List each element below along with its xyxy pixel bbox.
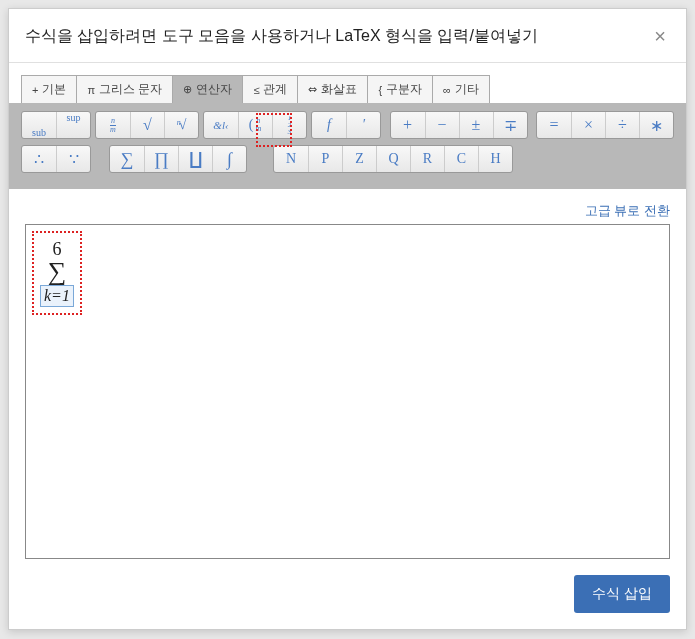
superscript-button[interactable]: sup <box>56 112 90 138</box>
prod-button[interactable]: ∏ <box>144 146 178 172</box>
times-button[interactable]: × <box>571 112 605 138</box>
tab-label: 그리스 문자 <box>99 81 162 98</box>
highlight-annotation <box>32 231 82 315</box>
set-r-button[interactable]: R <box>410 146 444 172</box>
arrows-icon: ⇔ <box>308 83 317 96</box>
subscript-button[interactable]: sub <box>22 112 56 138</box>
leq-icon: ≤ <box>253 84 259 96</box>
tab-label: 연산자 <box>196 81 232 98</box>
tab-label: 구분자 <box>386 81 422 98</box>
infinity-icon: ∞ <box>443 84 451 96</box>
group-eqops: = × ÷ ∗ <box>536 111 674 139</box>
tab-label: 기타 <box>455 81 479 98</box>
nthroot-button[interactable]: n√ <box>164 112 198 138</box>
dialog-header: 수식을 삽입하려면 도구 모음을 사용하거나 LaTeX 형식을 입력/붙여넣기… <box>9 9 686 63</box>
sqrt-button[interactable]: √ <box>130 112 164 138</box>
group-plusminus: + − ± ∓ <box>390 111 528 139</box>
tab-other[interactable]: ∞기타 <box>432 75 490 103</box>
divide-button[interactable]: ÷ <box>605 112 639 138</box>
sum-button[interactable]: ∑ <box>110 146 144 172</box>
equals-button[interactable]: = <box>537 112 571 138</box>
set-p-button[interactable]: P <box>308 146 342 172</box>
set-h-button[interactable]: H <box>478 146 512 172</box>
toolbar: sub sup nm √ n√ &l‹ (nm 123 f ′ + − ± <box>9 103 686 189</box>
oplus-icon: ⊕ <box>183 83 192 96</box>
tab-operators[interactable]: ⊕연산자 <box>172 75 243 103</box>
toolbar-row-1: sub sup nm √ n√ &l‹ (nm 123 f ′ + − ± <box>21 111 674 139</box>
editor-toolbar: 고급 뷰로 전환 <box>25 201 670 220</box>
close-icon[interactable]: × <box>650 25 670 48</box>
integral-button[interactable]: ∫ <box>212 146 246 172</box>
tab-basic[interactable]: +기본 <box>21 75 77 103</box>
group-sets: N P Z Q R C H <box>273 145 513 173</box>
tab-relations[interactable]: ≤관계 <box>242 75 298 103</box>
group-bigops: ∑ ∏ ∐ ∫ <box>109 145 247 173</box>
tab-label: 관계 <box>263 81 287 98</box>
equation-dialog: 수식을 삽입하려면 도구 모음을 사용하거나 LaTeX 형식을 입력/붙여넣기… <box>8 8 687 630</box>
group-function: f ′ <box>311 111 381 139</box>
plusminus-button[interactable]: ± <box>459 112 493 138</box>
highlight-annotation <box>256 113 292 147</box>
tab-arrows[interactable]: ⇔화살표 <box>297 75 368 103</box>
dialog-title: 수식을 삽입하려면 도구 모음을 사용하거나 LaTeX 형식을 입력/붙여넣기 <box>25 26 538 47</box>
set-n-button[interactable]: N <box>274 146 308 172</box>
brace-icon: { <box>378 84 382 96</box>
set-z-button[interactable]: Z <box>342 146 376 172</box>
minusplus-button[interactable]: ∓ <box>493 112 527 138</box>
plus-icon: + <box>32 84 38 96</box>
group-subsup: sub sup <box>21 111 91 139</box>
set-q-button[interactable]: Q <box>376 146 410 172</box>
tab-bar: +기본 π그리스 문자 ⊕연산자 ≤관계 ⇔화살표 {구분자 ∞기타 <box>9 63 686 103</box>
angle-bracket-button[interactable]: &l‹ <box>204 112 238 138</box>
tab-delimiters[interactable]: {구분자 <box>367 75 433 103</box>
fraction-button[interactable]: nm <box>96 112 130 138</box>
plus-button[interactable]: + <box>391 112 425 138</box>
function-button[interactable]: f <box>312 112 346 138</box>
therefore-button[interactable]: ∴ <box>22 146 56 172</box>
insert-equation-button[interactable]: 수식 삽입 <box>574 575 670 613</box>
equation-editor[interactable]: 6 ∑ k=1 <box>25 224 670 559</box>
group-fraction-root: nm √ n√ <box>95 111 199 139</box>
dialog-footer: 수식 삽입 <box>9 559 686 629</box>
toolbar-row-2: ∴ ∵ ∑ ∏ ∐ ∫ N P Z Q R C H <box>21 145 674 173</box>
prime-button[interactable]: ′ <box>346 112 380 138</box>
pi-icon: π <box>87 84 95 96</box>
tab-greek[interactable]: π그리스 문자 <box>76 75 173 103</box>
group-therefore: ∴ ∵ <box>21 145 91 173</box>
editor-section: 고급 뷰로 전환 6 ∑ k=1 <box>9 189 686 559</box>
tab-label: 화살표 <box>321 81 357 98</box>
minus-button[interactable]: − <box>425 112 459 138</box>
because-button[interactable]: ∵ <box>56 146 90 172</box>
tab-label: 기본 <box>42 81 66 98</box>
ast-button[interactable]: ∗ <box>639 112 673 138</box>
advanced-view-link[interactable]: 고급 뷰로 전환 <box>585 203 670 218</box>
formula[interactable]: 6 ∑ k=1 <box>34 233 80 313</box>
coprod-button[interactable]: ∐ <box>178 146 212 172</box>
set-c-button[interactable]: C <box>444 146 478 172</box>
